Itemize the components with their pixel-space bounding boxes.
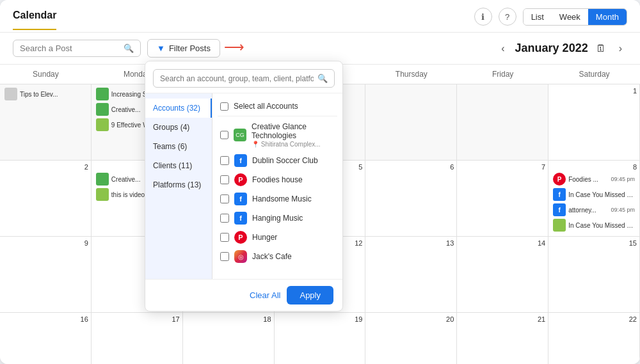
filter-item-label-foodies: Foodies house: [252, 175, 303, 184]
filter-item-foodies[interactable]: P Foodies house: [218, 170, 337, 189]
event-thumb: [96, 88, 109, 100]
checkbox-hunger[interactable]: [220, 233, 229, 242]
event-thumb: [4, 88, 17, 100]
calendar-picker-button[interactable]: 🗓: [593, 40, 609, 57]
event-text: Foodies ...: [568, 176, 608, 183]
list-view-btn[interactable]: List: [524, 9, 552, 25]
cal-cell-jan18: 18: [183, 313, 275, 364]
checkbox-hanging-music[interactable]: [220, 214, 229, 223]
filter-item-hanging-music[interactable]: f Hanging Music: [218, 209, 337, 228]
icon-hunger: P: [234, 231, 247, 244]
event-thumb: [96, 103, 109, 116]
cal-cell-jan6: 6: [365, 161, 457, 237]
sidebar-item-teams[interactable]: Teams (6): [145, 137, 212, 156]
cell-date: 14: [460, 239, 545, 247]
header: Calendar ℹ ? List Week Month: [0, 0, 640, 33]
cell-date: 1: [551, 87, 637, 95]
sidebar-item-groups[interactable]: Groups (4): [145, 118, 212, 137]
event-text: In Case You Missed It: New y...: [568, 222, 635, 229]
filter-item-dublin-soccer[interactable]: f Dublin Soccer Club: [218, 151, 337, 170]
filter-footer: Clear All Apply: [145, 279, 342, 311]
cal-cell-jan2: 2: [0, 161, 92, 237]
filter-dropdown: 🔍 Accounts (32) Groups (4) Teams (6) Cli…: [145, 61, 343, 312]
filter-item-handsome-music[interactable]: f Handsome Music: [218, 189, 337, 209]
cell-date: 17: [94, 315, 180, 323]
cal-cell-jan7: 7: [457, 161, 548, 237]
next-month-button[interactable]: ›: [614, 40, 627, 57]
event-time: 09:45 pm: [611, 176, 635, 182]
list-item: f attorney... 09:45 pm: [551, 203, 637, 217]
filter-search-inner: 🔍: [153, 69, 335, 88]
event-thumb: P: [553, 173, 566, 186]
icon-dublin-soccer: f: [234, 154, 247, 167]
checkbox-dublin-soccer[interactable]: [220, 156, 229, 165]
cal-cell-jan16: 16: [0, 313, 92, 364]
cal-cell-jan1: 1: [548, 84, 640, 161]
checkbox-foodies[interactable]: [220, 175, 229, 184]
day-header-sunday: Sunday: [0, 65, 92, 84]
icon-jacks-cafe: ◎: [234, 250, 247, 263]
cell-date: 15: [551, 239, 637, 247]
sidebar-item-accounts[interactable]: Accounts (32): [145, 99, 212, 118]
filter-item-creative-glance[interactable]: CG Creative Glance Technologies 📍 Shitir…: [218, 119, 337, 151]
select-all-label: Select all Accounts: [234, 102, 298, 111]
cal-cell-jan20: 20: [365, 313, 457, 364]
cell-date: 21: [460, 315, 545, 323]
filter-posts-button[interactable]: ▼ Filter Posts: [147, 39, 220, 58]
filter-body: Accounts (32) Groups (4) Teams (6) Clien…: [145, 93, 342, 279]
header-left: Calendar: [13, 10, 56, 30]
sidebar-item-clients[interactable]: Clients (11): [145, 156, 212, 175]
list-item: In Case You Missed It: New y...: [551, 218, 637, 232]
cal-cell-jan9: 9: [0, 237, 92, 313]
cell-date: 18: [186, 315, 271, 323]
filter-item-jacks-cafe[interactable]: ◎ Jack's Cafe: [218, 247, 337, 266]
filter-accounts-list: Select all Accounts CG Creative Glance T…: [212, 93, 342, 279]
filter-search-icon: 🔍: [317, 74, 328, 83]
week-view-btn[interactable]: Week: [552, 9, 588, 25]
help-button[interactable]: ?: [499, 8, 516, 26]
filter-item-label-hunger: Hunger: [252, 233, 277, 242]
select-all-checkbox[interactable]: [220, 102, 228, 111]
event-thumb: [553, 219, 566, 232]
info-button[interactable]: ℹ: [474, 8, 492, 26]
view-toggle: List Week Month: [523, 8, 627, 26]
filter-item-hunger[interactable]: P Hunger: [218, 228, 337, 247]
event-thumb: [96, 188, 109, 201]
event-time: 09:45 pm: [611, 207, 635, 213]
cal-cell-dec31: [457, 84, 548, 161]
checkbox-creative-glance[interactable]: [220, 131, 228, 139]
clear-all-button[interactable]: Clear All: [250, 290, 280, 300]
cal-cell-jan19: 19: [275, 313, 366, 364]
icon-hanging-music: f: [234, 212, 247, 225]
cal-cell-jan13: 13: [365, 237, 457, 313]
cell-date: 8: [551, 163, 637, 171]
day-header-saturday: Saturday: [548, 65, 640, 84]
filter-icon: ▼: [157, 44, 165, 53]
month-label: January 2022: [515, 42, 588, 55]
filter-item-label-jacks-cafe: Jack's Cafe: [252, 252, 292, 261]
month-view-btn[interactable]: Month: [588, 9, 627, 25]
app-title: Calendar: [13, 10, 56, 30]
event-thumb: f: [553, 188, 566, 201]
search-box: 🔍: [13, 40, 141, 57]
event-thumb: [96, 173, 109, 186]
icon-creative-glance: CG: [234, 129, 246, 141]
apply-button[interactable]: Apply: [287, 286, 333, 305]
search-input[interactable]: [20, 44, 120, 53]
filter-sidebar: Accounts (32) Groups (4) Teams (6) Clien…: [145, 93, 212, 279]
checkbox-handsome-music[interactable]: [220, 194, 229, 203]
cal-cell-jan22: 22: [548, 313, 640, 364]
filter-search-input[interactable]: [160, 74, 314, 83]
sidebar-item-platforms[interactable]: Platforms (13): [145, 175, 212, 194]
cell-date: 22: [551, 315, 637, 323]
event-text: Tips to Elev...: [20, 91, 86, 98]
cell-date: 7: [460, 163, 545, 171]
event-thumb: [96, 118, 109, 131]
select-all-row[interactable]: Select all Accounts: [218, 99, 337, 116]
toolbar: 🔍 ▼ Filter Posts 🔍 Accounts (32) Groups …: [0, 33, 640, 65]
cal-cell-jan17: 17: [92, 313, 183, 364]
prev-month-button[interactable]: ‹: [496, 40, 509, 57]
filter-label: Filter Posts: [169, 44, 211, 53]
cell-date: 9: [3, 239, 88, 247]
checkbox-jacks-cafe[interactable]: [220, 252, 229, 261]
